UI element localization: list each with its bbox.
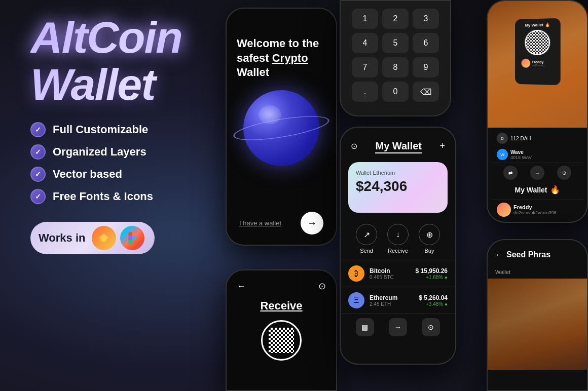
freddy-avatar	[497, 203, 511, 217]
phone-wallet-screen: ⊙ My Wallet + Wallet Etherium $24,306 ↗ …	[340, 127, 456, 365]
bitcoin-amount: $ 15,950.26	[416, 267, 448, 275]
keypad-grid: 1 2 3 4 5 6 7 8 9 . 0 ⌫	[341, 1, 450, 113]
buy-button[interactable]: ⊕ Buy	[419, 224, 440, 254]
brand-title-altcoin: AltCoin	[30, 15, 253, 60]
card-label: Wallet Etherium	[356, 170, 440, 176]
inner-phone-graphic: My Wallet 🔥 Freddy dn2ivmv...	[515, 18, 561, 86]
have-wallet-link[interactable]: I have a wallet	[239, 219, 281, 227]
receive-header: ← ⊙	[237, 281, 326, 292]
transfer-icon[interactable]: ⇄	[503, 166, 518, 180]
qr-circle-graphic	[261, 320, 302, 361]
bitcoin-value: $ 15,950.26 +1.68% ●	[416, 267, 448, 280]
freddy-name: Freddy	[513, 204, 557, 210]
bitcoin-sub: 0.465 BTC	[370, 275, 394, 280]
fire-icon: 🔥	[545, 22, 550, 27]
check-icon-1	[30, 122, 46, 137]
key-8[interactable]: 8	[382, 57, 409, 77]
inner-wallet-title: My Wallet	[525, 23, 543, 28]
send-button[interactable]: ↗ Send	[356, 224, 377, 254]
key-3[interactable]: 3	[413, 9, 439, 29]
check-icon-4	[30, 189, 46, 204]
dah-icon: D	[497, 133, 508, 144]
wallet-icon-1[interactable]: ▤	[356, 318, 374, 336]
wave-name: Wave	[510, 149, 532, 155]
wave-sub: 4015 WAV	[510, 155, 532, 160]
bitcoin-left: ₿ Bitcoin 0.465 BTC	[348, 265, 394, 282]
card-balance: $24,306	[356, 178, 440, 194]
works-in-badge: Works in	[30, 222, 155, 254]
ethereum-value: $ 5,260.04 +3.48% ●	[419, 294, 448, 307]
seed-title: Seed Phras	[506, 250, 550, 259]
left-section: AltCoin Wallet Full Customizable Organiz…	[30, 15, 253, 254]
key-4[interactable]: 4	[352, 33, 378, 53]
wallet-header: ⊙ My Wallet +	[341, 128, 455, 157]
svg-rect-2	[128, 232, 132, 236]
wallet-bottom-icons: ▤ → ⊙	[341, 314, 455, 340]
arrow-right-icon[interactable]: →	[530, 166, 544, 180]
add-icon[interactable]: +	[439, 141, 445, 151]
right-wallet-title-section: My Wallet 🔥	[492, 182, 583, 197]
phone-notch	[261, 9, 302, 19]
works-in-label: Works in	[34, 231, 86, 245]
receive-button[interactable]: ↓ Receive	[387, 224, 409, 254]
key-9[interactable]: 9	[413, 57, 439, 77]
bitcoin-change: +1.68% ●	[416, 275, 448, 280]
phone-receive-screen: ← ⊙ Receive	[226, 269, 337, 391]
seed-header: ← Seed Phras	[488, 240, 587, 264]
ethereum-row[interactable]: Ξ Ethereum 2.45 ETH $ 5,260.04 +3.48% ●	[341, 287, 455, 314]
feature-list: Full Customizable Organized Layers Vecto…	[30, 122, 253, 204]
svg-point-5	[132, 236, 136, 240]
key-backspace[interactable]: ⌫	[413, 82, 439, 102]
wallet-title: My Wallet	[357, 140, 439, 152]
sketch-icon	[92, 226, 116, 250]
receive-icon: ↓	[387, 224, 409, 245]
key-1[interactable]: 1	[352, 9, 378, 29]
ethereum-left: Ξ Ethereum 2.45 ETH	[348, 292, 397, 308]
key-5[interactable]: 5	[382, 33, 409, 53]
svg-rect-6	[128, 240, 132, 244]
phones-container: Welcome to the safest CryptoWallet I hav…	[223, 0, 588, 391]
feature-item-3: Vector based	[30, 167, 253, 182]
planet-graphic	[243, 90, 319, 166]
ethereum-name: Ethereum	[370, 294, 397, 301]
check-icon-2	[30, 144, 46, 160]
key-7[interactable]: 7	[352, 57, 378, 77]
key-dot[interactable]: .	[352, 82, 378, 102]
send-icon: ↗	[356, 224, 377, 245]
feature-text-2: Organized Layers	[53, 145, 146, 159]
wallet-icon-3[interactable]: ⊙	[422, 318, 440, 336]
phone-seed-screen: ← Seed Phras Wallet	[487, 239, 588, 391]
key-0[interactable]: 0	[382, 82, 409, 102]
ethereum-amount: $ 5,260.04	[419, 294, 448, 301]
wallet-card: Wallet Etherium $24,306	[348, 162, 448, 213]
back-icon[interactable]: ←	[495, 251, 502, 259]
feature-item-4: Free Fonts & Icons	[30, 189, 253, 204]
planet-ring	[228, 111, 335, 145]
feature-item-2: Organized Layers	[30, 144, 253, 160]
key-2[interactable]: 2	[382, 9, 409, 29]
wallet-icon-2[interactable]: →	[389, 318, 407, 336]
hand-background: My Wallet 🔥 Freddy dn2ivmv...	[488, 1, 587, 128]
wallet-label-section: Wallet	[488, 264, 587, 279]
buy-label: Buy	[425, 248, 434, 254]
right-wallet-title: My Wallet	[514, 186, 547, 194]
bitcoin-row[interactable]: ₿ Bitcoin 0.465 BTC $ 15,950.26 +1.68% ●	[341, 260, 455, 287]
feature-text-4: Free Fonts & Icons	[53, 190, 153, 203]
send-label: Send	[360, 248, 373, 254]
brand-title-wallet: Wallet	[30, 62, 253, 107]
ethereum-icon: Ξ	[348, 292, 364, 308]
dot-icon[interactable]: ⊙	[557, 166, 571, 180]
wallet-actions: ↗ Send ↓ Receive ⊕ Buy	[341, 218, 455, 260]
receive-title: Receive	[237, 299, 326, 312]
back-arrow-icon[interactable]: ←	[237, 281, 246, 292]
freddy-user-row: Freddy dn2ivmvok2vaxm398	[492, 200, 583, 219]
tool-icons	[92, 226, 144, 250]
key-6[interactable]: 6	[413, 33, 439, 53]
arrow-button[interactable]: →	[301, 212, 323, 234]
feature-text-3: Vector based	[53, 168, 122, 181]
ethereum-change: +3.48% ●	[419, 301, 448, 307]
search-icon[interactable]: ⊙	[318, 281, 326, 292]
fire-emoji: 🔥	[550, 185, 560, 194]
settings-icon[interactable]: ⊙	[351, 141, 357, 151]
welcome-headline: Welcome to the safest CryptoWallet	[237, 36, 326, 80]
